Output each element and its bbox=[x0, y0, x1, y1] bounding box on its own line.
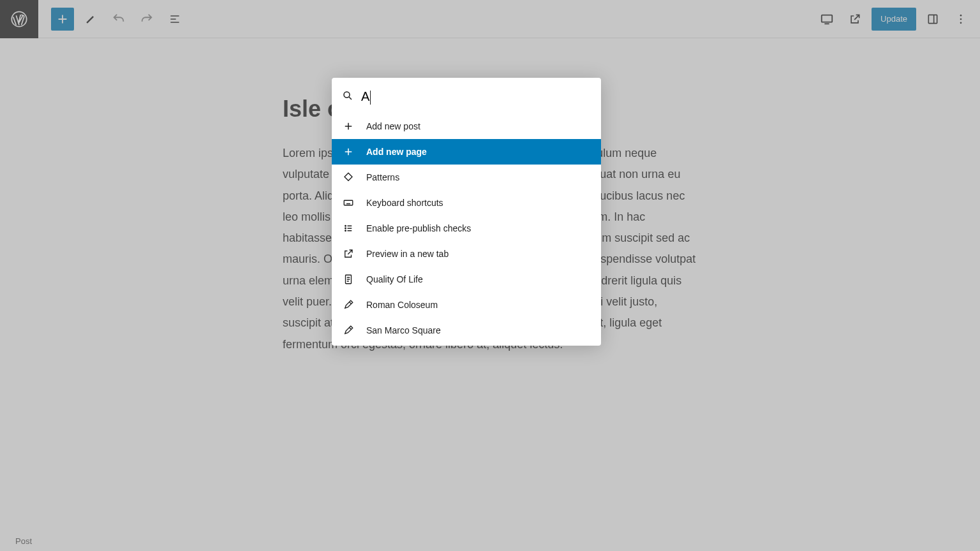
svg-point-8 bbox=[345, 225, 346, 226]
keyboard-icon bbox=[342, 196, 355, 209]
options-menu-button[interactable] bbox=[949, 8, 972, 31]
search-icon bbox=[342, 90, 353, 104]
undo-button[interactable] bbox=[107, 8, 130, 31]
svg-point-10 bbox=[345, 230, 346, 231]
view-button[interactable] bbox=[815, 8, 838, 31]
command-palette-results: Add new postAdd new pagePatternsKeyboard… bbox=[332, 114, 601, 343]
preview-external-button[interactable] bbox=[843, 8, 866, 31]
command-item-label: Add new page bbox=[366, 147, 427, 157]
command-palette: A Add new postAdd new pagePatternsKeyboa… bbox=[332, 78, 601, 346]
patterns-icon bbox=[342, 171, 355, 184]
command-item-label: Enable pre-publish checks bbox=[366, 223, 471, 233]
post-icon bbox=[342, 324, 355, 337]
block-inserter-button[interactable] bbox=[51, 8, 74, 31]
page-icon bbox=[342, 273, 355, 286]
command-palette-search: A bbox=[332, 80, 601, 114]
command-item-add-new-page[interactable]: Add new page bbox=[332, 139, 601, 165]
command-item-keyboard-shortcuts[interactable]: Keyboard shortcuts bbox=[332, 190, 601, 216]
external-icon bbox=[342, 247, 355, 260]
wordpress-logo[interactable] bbox=[0, 0, 38, 38]
command-item-san-marco-square[interactable]: San Marco Square bbox=[332, 318, 601, 343]
command-item-label: Add new post bbox=[366, 121, 420, 131]
breadcrumb-label: Post bbox=[15, 536, 32, 546]
svg-point-3 bbox=[960, 14, 962, 16]
command-item-patterns[interactable]: Patterns bbox=[332, 165, 601, 190]
command-item-label: Roman Coloseum bbox=[366, 300, 438, 310]
command-item-preview-in-a-new-tab[interactable]: Preview in a new tab bbox=[332, 241, 601, 267]
command-item-label: Keyboard shortcuts bbox=[366, 198, 443, 208]
command-item-quality-of-life[interactable]: Quality Of Life bbox=[332, 267, 601, 292]
svg-rect-7 bbox=[344, 200, 353, 205]
command-search-input[interactable]: A bbox=[361, 89, 591, 105]
block-breadcrumb[interactable]: Post bbox=[0, 531, 980, 551]
toolbar-left-group bbox=[38, 8, 186, 31]
tools-button[interactable] bbox=[79, 8, 102, 31]
command-item-add-new-post[interactable]: Add new post bbox=[332, 114, 601, 139]
command-item-label: Quality Of Life bbox=[366, 274, 423, 284]
svg-rect-1 bbox=[822, 15, 833, 22]
command-item-roman-coloseum[interactable]: Roman Coloseum bbox=[332, 292, 601, 318]
update-button[interactable]: Update bbox=[872, 8, 916, 31]
editor-toolbar: Update bbox=[0, 0, 980, 38]
document-overview-button[interactable] bbox=[163, 8, 186, 31]
command-item-label: Preview in a new tab bbox=[366, 249, 449, 259]
command-item-enable-pre-publish-checks[interactable]: Enable pre-publish checks bbox=[332, 216, 601, 241]
plus-icon bbox=[342, 145, 355, 158]
svg-point-4 bbox=[960, 18, 962, 20]
text-cursor bbox=[370, 91, 371, 105]
svg-rect-2 bbox=[928, 15, 937, 23]
checklist-icon bbox=[342, 222, 355, 235]
search-value-text: A bbox=[361, 89, 369, 103]
svg-point-6 bbox=[344, 92, 350, 98]
command-item-label: Patterns bbox=[366, 172, 399, 182]
post-icon bbox=[342, 298, 355, 311]
toolbar-right-group: Update bbox=[815, 8, 980, 31]
command-item-label: San Marco Square bbox=[366, 325, 441, 335]
redo-button[interactable] bbox=[135, 8, 158, 31]
svg-point-9 bbox=[345, 228, 346, 229]
settings-sidebar-button[interactable] bbox=[921, 8, 944, 31]
plus-icon bbox=[342, 120, 355, 133]
svg-point-5 bbox=[960, 22, 962, 24]
